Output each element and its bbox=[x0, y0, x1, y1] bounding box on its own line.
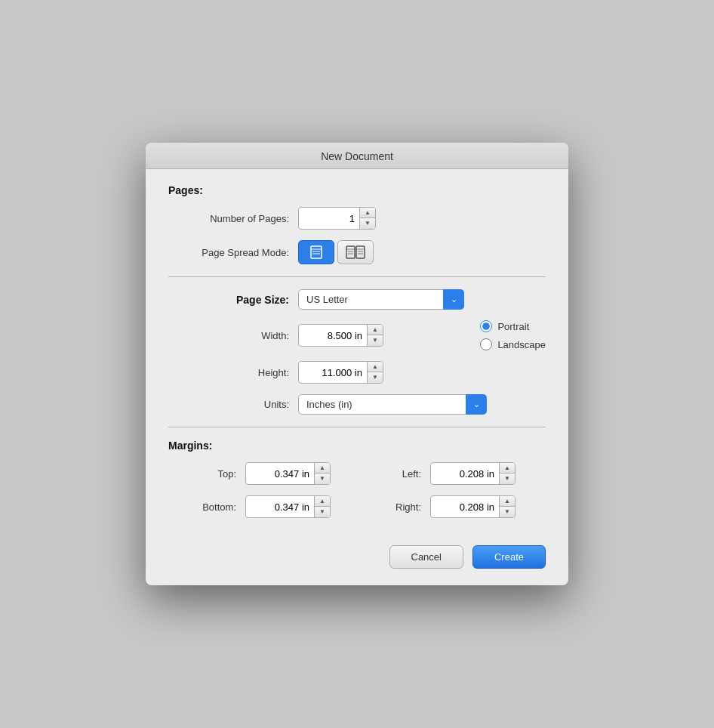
cancel-button[interactable]: Cancel bbox=[389, 545, 463, 569]
right-margin-input-wrapper: ▲ ▼ bbox=[430, 495, 515, 518]
divider-pagesize-margins bbox=[168, 427, 546, 427]
units-row: Units: Inches (in) Centimeters (cm) Mill… bbox=[168, 394, 546, 415]
right-margin-stepper: ▲ ▼ bbox=[499, 496, 515, 517]
landscape-label: Landscape bbox=[497, 339, 546, 350]
margins-section-label: Margins: bbox=[168, 440, 546, 452]
units-label: Units: bbox=[168, 399, 289, 410]
width-input-wrapper: ▲ ▼ bbox=[298, 324, 383, 347]
height-stepper: ▲ ▼ bbox=[367, 362, 383, 383]
width-stepper: ▲ ▼ bbox=[367, 325, 383, 346]
single-page-icon bbox=[309, 245, 324, 259]
bottom-margin-stepper: ▲ ▼ bbox=[314, 496, 330, 517]
margins-grid: Top: ▲ ▼ Bottom: ▲ bbox=[168, 462, 546, 518]
svg-rect-5 bbox=[356, 246, 365, 258]
number-of-pages-down[interactable]: ▼ bbox=[360, 218, 375, 229]
height-label: Height: bbox=[168, 367, 289, 378]
left-margin-label: Left: bbox=[368, 468, 421, 480]
dialog-footer: Cancel Create bbox=[146, 533, 568, 585]
divider-pages-pagesize bbox=[168, 276, 546, 277]
orientation-group: Portrait Landscape bbox=[480, 320, 546, 350]
new-document-dialog: New Document Pages: Number of Pages: ▲ ▼… bbox=[146, 143, 568, 585]
left-margin-row: Left: ▲ ▼ bbox=[368, 462, 515, 485]
units-dropdown-wrapper: Inches (in) Centimeters (cm) Millimeters… bbox=[298, 394, 487, 415]
right-margin-down[interactable]: ▼ bbox=[500, 507, 515, 517]
landscape-radio[interactable] bbox=[480, 338, 492, 350]
height-input-wrapper: ▲ ▼ bbox=[298, 361, 383, 384]
portrait-radio-row: Portrait bbox=[480, 320, 546, 332]
create-button[interactable]: Create bbox=[472, 545, 546, 569]
right-margin-row: Right: ▲ ▼ bbox=[368, 495, 515, 518]
top-margin-down[interactable]: ▼ bbox=[315, 474, 330, 484]
page-spread-mode-row: Page Spread Mode: bbox=[168, 240, 546, 264]
height-down[interactable]: ▼ bbox=[368, 372, 383, 383]
page-size-row: Page Size: US Letter US Legal A4 A3 Cust… bbox=[168, 289, 546, 310]
left-margin-input-wrapper: ▲ ▼ bbox=[430, 462, 515, 485]
left-margin-down[interactable]: ▼ bbox=[500, 474, 515, 484]
page-size-dropdown-wrapper: US Letter US Legal A4 A3 Custom ⌄ bbox=[298, 289, 464, 310]
spread-mode-group bbox=[298, 240, 374, 264]
page-spread-mode-label: Page Spread Mode: bbox=[168, 247, 289, 258]
right-margin-label: Right: bbox=[368, 501, 421, 513]
units-select[interactable]: Inches (in) Centimeters (cm) Millimeters… bbox=[298, 394, 487, 415]
page-size-label: Page Size: bbox=[168, 294, 289, 306]
height-input[interactable] bbox=[299, 365, 367, 381]
top-margin-stepper: ▲ ▼ bbox=[314, 463, 330, 484]
width-input[interactable] bbox=[299, 328, 367, 344]
width-and-orientation-row: Width: ▲ ▼ Portrait Landscape bbox=[168, 320, 546, 350]
width-up[interactable]: ▲ bbox=[368, 325, 383, 335]
bottom-margin-input[interactable] bbox=[246, 499, 314, 515]
number-of-pages-label: Number of Pages: bbox=[168, 213, 289, 224]
margins-left-col: Top: ▲ ▼ Bottom: ▲ bbox=[183, 462, 331, 518]
number-of-pages-input-wrapper: ▲ ▼ bbox=[298, 207, 376, 230]
left-margin-input[interactable] bbox=[431, 466, 499, 482]
width-label: Width: bbox=[168, 330, 289, 341]
number-of-pages-stepper: ▲ ▼ bbox=[359, 208, 375, 229]
top-margin-row: Top: ▲ ▼ bbox=[183, 462, 331, 485]
top-margin-label: Top: bbox=[183, 468, 236, 480]
height-row: Height: ▲ ▼ bbox=[168, 361, 546, 384]
bottom-margin-input-wrapper: ▲ ▼ bbox=[245, 495, 331, 518]
bottom-margin-row: Bottom: ▲ ▼ bbox=[183, 495, 331, 518]
spread-mode-double-button[interactable] bbox=[337, 240, 374, 264]
double-page-icon bbox=[346, 245, 365, 259]
spread-mode-single-button[interactable] bbox=[298, 240, 334, 264]
height-up[interactable]: ▲ bbox=[368, 362, 383, 372]
number-of-pages-up[interactable]: ▲ bbox=[360, 208, 375, 218]
portrait-radio[interactable] bbox=[480, 320, 492, 332]
margins-right-col: Left: ▲ ▼ Right: ▲ bbox=[368, 462, 515, 518]
bottom-margin-down[interactable]: ▼ bbox=[315, 507, 330, 517]
number-of-pages-row: Number of Pages: ▲ ▼ bbox=[168, 207, 546, 230]
landscape-radio-row: Landscape bbox=[480, 338, 546, 350]
dialog-title-bar: New Document bbox=[146, 143, 568, 169]
page-size-select[interactable]: US Letter US Legal A4 A3 Custom bbox=[298, 289, 464, 310]
svg-rect-4 bbox=[346, 246, 355, 258]
right-margin-up[interactable]: ▲ bbox=[500, 496, 515, 507]
right-margin-input[interactable] bbox=[431, 499, 499, 515]
width-down[interactable]: ▼ bbox=[368, 335, 383, 346]
left-margin-stepper: ▲ ▼ bbox=[499, 463, 515, 484]
number-of-pages-input[interactable] bbox=[299, 211, 359, 227]
dialog-body: Pages: Number of Pages: ▲ ▼ Page Spread … bbox=[146, 169, 568, 533]
bottom-margin-up[interactable]: ▲ bbox=[315, 496, 330, 507]
left-margin-up[interactable]: ▲ bbox=[500, 463, 515, 474]
svg-rect-0 bbox=[311, 246, 322, 258]
top-margin-up[interactable]: ▲ bbox=[315, 463, 330, 474]
top-margin-input-wrapper: ▲ ▼ bbox=[245, 462, 331, 485]
dialog-title: New Document bbox=[321, 150, 393, 162]
top-margin-input[interactable] bbox=[246, 466, 314, 482]
pages-section-label: Pages: bbox=[168, 184, 546, 196]
bottom-margin-label: Bottom: bbox=[183, 501, 236, 513]
portrait-label: Portrait bbox=[497, 321, 529, 332]
